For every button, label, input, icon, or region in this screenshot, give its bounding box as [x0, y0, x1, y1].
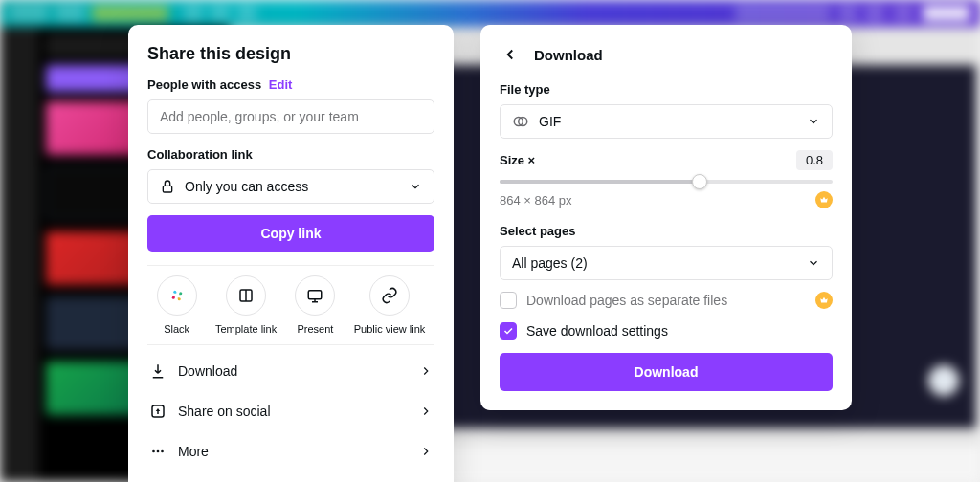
more-item[interactable]: More — [147, 431, 434, 471]
size-label: Size × — [500, 153, 535, 167]
social-icon — [149, 403, 167, 420]
dimensions-text: 864 × 864 px — [500, 193, 572, 208]
download-item[interactable]: Download — [147, 351, 434, 391]
pages-label: Select pages — [500, 224, 833, 238]
chevron-down-icon — [807, 256, 820, 270]
slider-thumb[interactable] — [692, 174, 707, 189]
template-icon — [226, 275, 266, 316]
share-social-item[interactable]: Share on social — [147, 391, 434, 431]
svg-point-8 — [157, 450, 160, 453]
chevron-down-icon — [409, 180, 422, 193]
chevron-right-icon — [419, 364, 433, 378]
left-rail — [0, 27, 38, 482]
share-panel: Share this design People with access Edi… — [128, 25, 454, 482]
chevron-down-icon — [807, 115, 820, 128]
svg-rect-3 — [309, 291, 323, 299]
lock-icon — [160, 179, 175, 194]
collab-value: Only you can access — [185, 179, 308, 194]
more-icon — [149, 443, 167, 460]
size-value: 0.8 — [796, 150, 833, 170]
back-button[interactable] — [500, 44, 521, 65]
premium-crown-icon — [815, 191, 833, 208]
slack-option[interactable]: Slack — [157, 275, 197, 335]
download-panel: Download File type GIF Size × 0.8 864 × … — [480, 25, 852, 410]
checkbox-checked — [500, 322, 517, 340]
chevron-right-icon — [419, 405, 433, 418]
svg-point-9 — [161, 450, 164, 453]
people-input[interactable] — [147, 99, 434, 134]
size-slider[interactable] — [500, 180, 833, 184]
collab-select[interactable]: Only you can access — [147, 169, 434, 204]
pages-value: All pages (2) — [512, 255, 588, 271]
download-title: Download — [534, 47, 603, 63]
chevron-right-icon — [419, 445, 433, 458]
present-icon — [295, 275, 335, 316]
help-fab[interactable] — [928, 365, 959, 396]
collab-label: Collaboration link — [147, 147, 434, 162]
premium-crown-icon — [815, 292, 833, 309]
file-type-select[interactable]: GIF — [500, 104, 833, 139]
svg-rect-0 — [163, 186, 171, 192]
public-link-option[interactable]: Public view link — [354, 275, 426, 335]
link-icon — [369, 275, 410, 316]
gif-icon — [512, 113, 529, 130]
share-destinations: Slack Template link Present Public view … — [147, 265, 434, 345]
slack-icon — [157, 275, 197, 316]
present-option[interactable]: Present — [295, 275, 335, 335]
checkbox-unchecked — [500, 292, 517, 309]
share-title: Share this design — [147, 44, 434, 64]
separate-files-checkbox[interactable]: Download pages as separate files — [500, 292, 833, 309]
file-type-value: GIF — [539, 114, 561, 129]
svg-point-7 — [152, 450, 155, 453]
save-settings-checkbox[interactable]: Save download settings — [500, 322, 833, 340]
file-type-label: File type — [500, 82, 833, 97]
edit-access-link[interactable]: Edit — [269, 77, 293, 92]
pages-select[interactable]: All pages (2) — [500, 246, 833, 280]
download-button[interactable]: Download — [500, 353, 833, 391]
topbar — [0, 0, 980, 27]
access-label: People with access Edit — [147, 77, 434, 92]
copy-link-button[interactable]: Copy link — [147, 215, 434, 252]
template-link-option[interactable]: Template link — [215, 275, 277, 335]
download-icon — [149, 362, 167, 380]
